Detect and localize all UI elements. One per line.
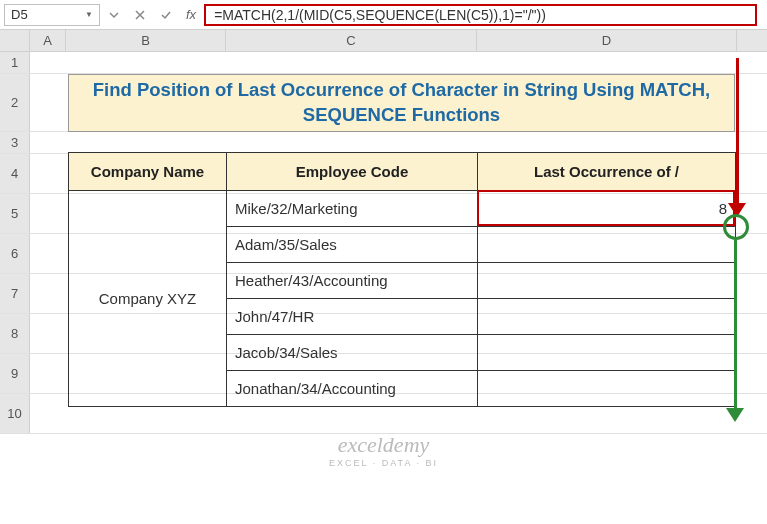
watermark-brand: exceldemy [329, 432, 438, 458]
arrow-green-head-icon [726, 408, 744, 422]
watermark: exceldemy EXCEL · DATA · BI [329, 432, 438, 468]
cancel-icon[interactable] [128, 4, 152, 26]
company-cell[interactable]: Company XYZ [69, 191, 227, 407]
cell-d5[interactable]: 8 [478, 191, 736, 227]
cell[interactable]: Mike/32/Marketing [227, 191, 478, 227]
data-table: Company Name Employee Code Last Occurren… [68, 152, 736, 407]
header-company: Company Name [69, 153, 227, 191]
row-header[interactable]: 4 [0, 154, 30, 193]
row-header[interactable]: 5 [0, 194, 30, 233]
row-header[interactable]: 10 [0, 394, 30, 433]
cell[interactable]: Jacob/34/Sales [227, 335, 478, 371]
cell[interactable]: Adam/35/Sales [227, 227, 478, 263]
col-header[interactable]: D [477, 30, 737, 51]
name-box-value: D5 [11, 7, 28, 22]
formula-bar[interactable]: =MATCH(2,1/(MID(C5,SEQUENCE(LEN(C5)),1)=… [204, 4, 757, 26]
formula-text: =MATCH(2,1/(MID(C5,SEQUENCE(LEN(C5)),1)=… [214, 7, 546, 23]
cell[interactable] [478, 227, 736, 263]
row-header[interactable]: 3 [0, 132, 30, 153]
row-header[interactable]: 6 [0, 234, 30, 273]
row-header[interactable]: 8 [0, 314, 30, 353]
col-header[interactable]: B [66, 30, 226, 51]
header-employee: Employee Code [227, 153, 478, 191]
select-all-corner[interactable] [0, 30, 30, 51]
row-header[interactable]: 9 [0, 354, 30, 393]
col-header[interactable]: A [30, 30, 66, 51]
dropdown-icon[interactable] [102, 4, 126, 26]
fx-icon[interactable]: fx [180, 7, 202, 22]
cell[interactable] [478, 371, 736, 407]
cell[interactable] [478, 299, 736, 335]
watermark-sub: EXCEL · DATA · BI [329, 458, 438, 468]
name-box[interactable]: D5 ▼ [4, 4, 100, 26]
confirm-icon[interactable] [154, 4, 178, 26]
cell[interactable]: Jonathan/34/Accounting [227, 371, 478, 407]
cell[interactable]: Heather/43/Accounting [227, 263, 478, 299]
header-last: Last Occurrence of / [478, 153, 736, 191]
row-header[interactable]: 1 [0, 52, 30, 73]
cell[interactable] [478, 263, 736, 299]
cell[interactable] [478, 335, 736, 371]
row-header[interactable]: 2 [0, 74, 30, 131]
row-header[interactable]: 7 [0, 274, 30, 313]
title-banner: Find Position of Last Occurrence of Char… [68, 74, 735, 132]
cell[interactable]: John/47/HR [227, 299, 478, 335]
chevron-down-icon[interactable]: ▼ [85, 10, 93, 19]
col-header[interactable]: C [226, 30, 477, 51]
